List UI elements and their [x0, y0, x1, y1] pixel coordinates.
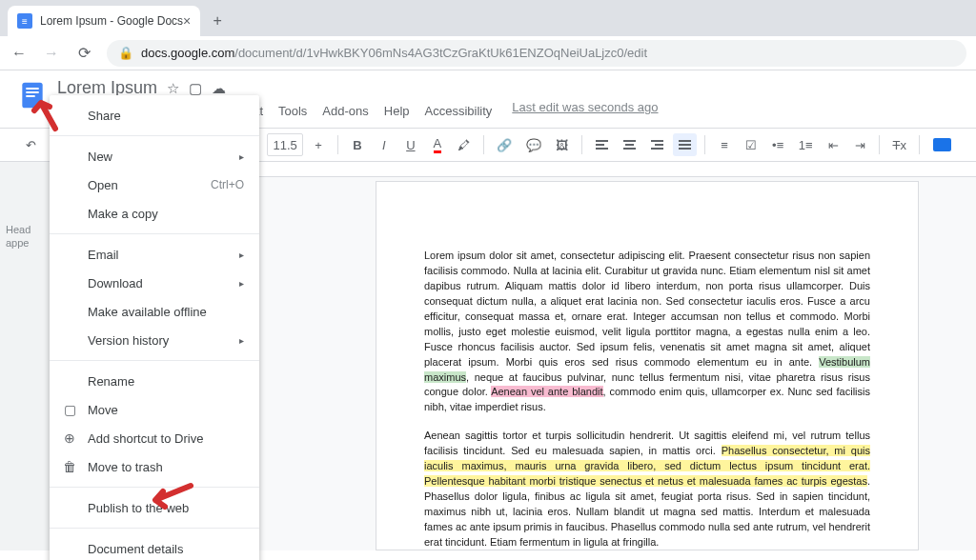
- tab-title: Lorem Ipsum - Google Docs: [40, 14, 183, 28]
- highlight-red: Aenean vel ante blandit: [491, 386, 602, 397]
- docs-favicon: ≡: [17, 13, 32, 29]
- move-icon[interactable]: ▢: [189, 80, 202, 97]
- tab-close-icon[interactable]: ×: [183, 13, 191, 29]
- indent-increase-button[interactable]: ⇥: [848, 133, 871, 156]
- underline-button[interactable]: U: [399, 133, 422, 156]
- text-color-button[interactable]: A: [426, 133, 449, 156]
- font-size-plus[interactable]: +: [307, 133, 330, 156]
- cloud-icon[interactable]: ☁: [212, 80, 226, 97]
- outline-hint: Headappe: [6, 223, 30, 250]
- insert-comment-button[interactable]: 💬: [521, 133, 547, 156]
- number-list-button[interactable]: 1≡: [793, 133, 818, 156]
- new-tab-button[interactable]: +: [204, 8, 231, 34]
- reload-button[interactable]: ⟳: [74, 44, 93, 62]
- undo-button[interactable]: ↶: [19, 133, 42, 156]
- document-page[interactable]: Lorem ipsum dolor sit amet, consectetur …: [376, 181, 919, 550]
- trash-icon: 🗑: [61, 459, 78, 474]
- indent-decrease-button[interactable]: ⇤: [822, 133, 844, 156]
- menu-open[interactable]: OpenCtrl+O: [50, 170, 259, 199]
- address-bar[interactable]: 🔒 docs.google.com/document/d/1vHwkBKY06m…: [107, 40, 966, 67]
- menu-help[interactable]: Help: [377, 100, 417, 122]
- bullet-list-button[interactable]: •≡: [766, 133, 789, 156]
- menu-version-history[interactable]: Version history▸: [50, 326, 259, 354]
- annotation-arrow-pagesetup: [148, 476, 195, 514]
- menu-offline[interactable]: Make available offline: [50, 297, 259, 326]
- menu-addons[interactable]: Add-ons: [315, 100, 375, 122]
- menu-download[interactable]: Download▸: [50, 269, 259, 297]
- menu-rename[interactable]: Rename: [50, 367, 259, 395]
- menu-make-copy[interactable]: Make a copy: [50, 199, 259, 228]
- menu-email[interactable]: Email▸: [50, 240, 259, 269]
- back-button[interactable]: ←: [10, 45, 29, 62]
- align-right-button[interactable]: [645, 133, 669, 156]
- menu-document-details[interactable]: Document details: [50, 534, 259, 560]
- svg-rect-2: [26, 91, 38, 93]
- line-spacing-button[interactable]: ≡: [713, 133, 736, 156]
- last-edit-link[interactable]: Last edit was seconds ago: [512, 100, 658, 122]
- align-justify-button[interactable]: [673, 133, 697, 156]
- menu-accessibility[interactable]: Accessibility: [418, 100, 499, 122]
- highlight-color-button[interactable]: 🖍: [453, 133, 476, 156]
- browser-tab[interactable]: ≡ Lorem Ipsum - Google Docs ×: [8, 6, 200, 36]
- font-size-input[interactable]: 11.5: [267, 133, 303, 156]
- svg-rect-1: [26, 88, 38, 90]
- lock-icon: 🔒: [118, 46, 133, 60]
- shortcut-icon: ⊕: [61, 430, 78, 446]
- checklist-button[interactable]: ☑: [740, 133, 762, 156]
- outline-panel: [0, 162, 51, 550]
- menu-move[interactable]: ▢Move: [50, 395, 259, 424]
- folder-icon: ▢: [61, 402, 78, 417]
- clear-formatting-button[interactable]: Tx: [887, 133, 912, 156]
- italic-button[interactable]: I: [373, 133, 396, 156]
- insert-link-button[interactable]: 🔗: [492, 133, 518, 156]
- align-center-button[interactable]: [618, 133, 641, 156]
- insert-image-button[interactable]: 🖼: [551, 133, 574, 156]
- menu-tools[interactable]: Tools: [272, 100, 314, 122]
- bold-button[interactable]: B: [346, 133, 369, 156]
- annotation-arrow-file: [27, 95, 65, 133]
- star-icon[interactable]: ☆: [167, 80, 179, 97]
- menu-add-shortcut[interactable]: ⊕Add shortcut to Drive: [50, 424, 259, 452]
- menu-new[interactable]: New▸: [50, 142, 259, 170]
- align-left-button[interactable]: [590, 133, 614, 156]
- forward-button[interactable]: →: [42, 45, 61, 62]
- menu-share[interactable]: Share: [50, 101, 259, 130]
- editing-mode-button[interactable]: [927, 133, 957, 156]
